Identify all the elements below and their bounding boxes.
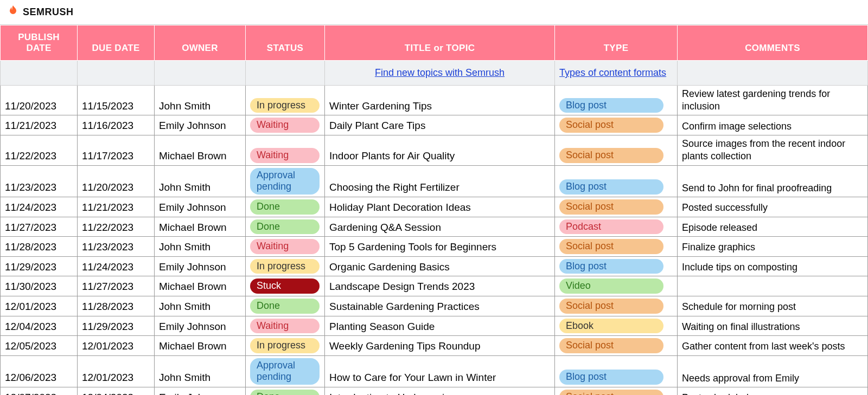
cell-comments[interactable]: Post scheduled	[678, 387, 868, 395]
helper-empty[interactable]	[155, 61, 246, 86]
col-status[interactable]: STATUS	[246, 25, 325, 61]
cell-due-date[interactable]: 11/29/2023	[78, 316, 155, 336]
helper-formats-cell[interactable]: Types of content formats	[555, 61, 678, 86]
status-badge[interactable]: Approval pending	[250, 358, 320, 385]
cell-status[interactable]: Waiting	[246, 316, 325, 336]
cell-type[interactable]: Podcast	[555, 217, 678, 237]
status-badge[interactable]: Done	[250, 390, 320, 395]
cell-owner[interactable]: John Smith	[155, 296, 246, 316]
helper-topics-cell[interactable]: Find new topics with Semrush	[325, 61, 555, 86]
cell-type[interactable]: Ebook	[555, 316, 678, 336]
cell-owner[interactable]: Michael Brown	[155, 276, 246, 296]
status-badge[interactable]: Waiting	[250, 239, 320, 254]
cell-publish-date[interactable]: 11/20/2023	[1, 85, 78, 115]
cell-publish-date[interactable]: 11/29/2023	[1, 256, 78, 276]
cell-owner[interactable]: John Smith	[155, 237, 246, 257]
cell-type[interactable]: Blog post	[555, 355, 678, 387]
type-badge[interactable]: Podcast	[559, 219, 663, 235]
status-badge[interactable]: Stuck	[250, 279, 320, 294]
cell-title[interactable]: Holiday Plant Decoration Ideas	[325, 197, 555, 217]
cell-due-date[interactable]: 11/16/2023	[78, 115, 155, 135]
status-badge[interactable]: Done	[250, 219, 320, 235]
cell-due-date[interactable]: 11/23/2023	[78, 237, 155, 257]
cell-type[interactable]: Social post	[555, 237, 678, 257]
type-badge[interactable]: Social post	[559, 118, 663, 133]
cell-type[interactable]: Blog post	[555, 165, 678, 197]
cell-due-date[interactable]: 11/22/2023	[78, 217, 155, 237]
col-type[interactable]: TYPE	[555, 25, 678, 61]
status-badge[interactable]: Waiting	[250, 148, 320, 163]
cell-title[interactable]: Top 5 Gardening Tools for Beginners	[325, 237, 555, 257]
cell-comments[interactable]: Episode released	[678, 217, 868, 237]
status-badge[interactable]: Approval pending	[250, 168, 320, 195]
col-due-date[interactable]: DUE DATE	[78, 25, 155, 61]
cell-status[interactable]: In progress	[246, 256, 325, 276]
cell-due-date[interactable]: 11/20/2023	[78, 165, 155, 197]
cell-owner[interactable]: Emily Johnson	[155, 316, 246, 336]
status-badge[interactable]: In progress	[250, 338, 320, 353]
cell-comments[interactable]: Posted successfully	[678, 197, 868, 217]
cell-owner[interactable]: Emily Johnson	[155, 115, 246, 135]
content-formats-link[interactable]: Types of content formats	[559, 67, 666, 78]
col-owner[interactable]: OWNER	[155, 25, 246, 61]
status-badge[interactable]: Done	[250, 199, 320, 215]
cell-owner[interactable]: John Smith	[155, 165, 246, 197]
cell-publish-date[interactable]: 11/22/2023	[1, 135, 78, 166]
col-title[interactable]: TITLE or TOPIC	[325, 25, 555, 61]
col-comments[interactable]: COMMENTS	[678, 25, 868, 61]
cell-owner[interactable]: Michael Brown	[155, 336, 246, 356]
cell-title[interactable]: How to Care for Your Lawn in Winter	[325, 355, 555, 387]
cell-comments[interactable]: Needs approval from Emily	[678, 355, 868, 387]
cell-title[interactable]: Winter Gardening Tips	[325, 85, 555, 115]
status-badge[interactable]: Waiting	[250, 319, 320, 334]
cell-title[interactable]: Indoor Plants for Air Quality	[325, 135, 555, 166]
cell-type[interactable]: Blog post	[555, 256, 678, 276]
cell-type[interactable]: Video	[555, 276, 678, 296]
cell-title[interactable]: Organic Gardening Basics	[325, 256, 555, 276]
cell-owner[interactable]: Michael Brown	[155, 135, 246, 166]
status-badge[interactable]: In progress	[250, 98, 320, 113]
cell-publish-date[interactable]: 12/06/2023	[1, 355, 78, 387]
cell-title[interactable]: Sustainable Gardening Practices	[325, 296, 555, 316]
cell-type[interactable]: Blog post	[555, 85, 678, 115]
cell-due-date[interactable]: 11/15/2023	[78, 85, 155, 115]
cell-title[interactable]: Planting Season Guide	[325, 316, 555, 336]
cell-publish-date[interactable]: 11/23/2023	[1, 165, 78, 197]
cell-publish-date[interactable]: 11/24/2023	[1, 197, 78, 217]
col-publish-date[interactable]: PUBLISH DATE	[1, 25, 78, 61]
type-badge[interactable]: Blog post	[559, 98, 663, 113]
cell-status[interactable]: Stuck	[246, 276, 325, 296]
type-badge[interactable]: Blog post	[559, 259, 663, 274]
type-badge[interactable]: Social post	[559, 299, 663, 314]
cell-type[interactable]: Social post	[555, 135, 678, 166]
cell-type[interactable]: Social post	[555, 296, 678, 316]
cell-comments[interactable]	[678, 276, 868, 296]
helper-empty[interactable]	[1, 61, 78, 86]
helper-empty[interactable]	[678, 61, 868, 86]
cell-title[interactable]: Introduction to Hydroponics	[325, 387, 555, 395]
cell-publish-date[interactable]: 11/30/2023	[1, 276, 78, 296]
cell-owner[interactable]: Emily Johnson	[155, 197, 246, 217]
cell-status[interactable]: Approval pending	[246, 165, 325, 197]
cell-due-date[interactable]: 11/28/2023	[78, 296, 155, 316]
type-badge[interactable]: Video	[559, 279, 663, 294]
type-badge[interactable]: Blog post	[559, 179, 663, 195]
cell-due-date[interactable]: 12/04/2023	[78, 387, 155, 395]
cell-status[interactable]: In progress	[246, 85, 325, 115]
cell-comments[interactable]: Send to John for final proofreading	[678, 165, 868, 197]
cell-owner[interactable]: John Smith	[155, 85, 246, 115]
cell-status[interactable]: Waiting	[246, 237, 325, 257]
type-badge[interactable]: Social post	[559, 199, 663, 215]
cell-type[interactable]: Social post	[555, 197, 678, 217]
type-badge[interactable]: Social post	[559, 148, 663, 163]
cell-comments[interactable]: Source images from the recent indoor pla…	[678, 135, 868, 166]
cell-publish-date[interactable]: 12/07/2023	[1, 387, 78, 395]
cell-owner[interactable]: John Smith	[155, 355, 246, 387]
type-badge[interactable]: Blog post	[559, 370, 663, 385]
cell-comments[interactable]: Finalize graphics	[678, 237, 868, 257]
cell-status[interactable]: Done	[246, 387, 325, 395]
cell-status[interactable]: Waiting	[246, 135, 325, 166]
cell-owner[interactable]: Michael Brown	[155, 217, 246, 237]
cell-status[interactable]: Done	[246, 296, 325, 316]
cell-owner[interactable]: Emily Johnson	[155, 387, 246, 395]
